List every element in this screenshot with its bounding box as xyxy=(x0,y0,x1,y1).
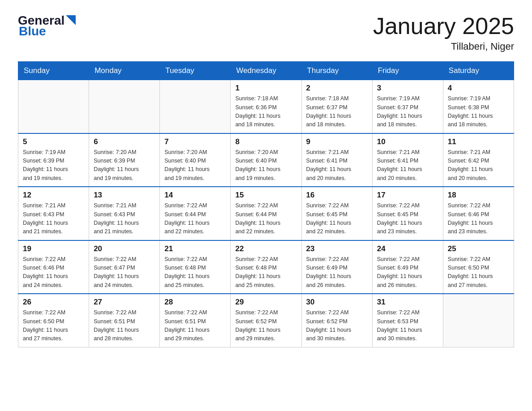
calendar-day-cell xyxy=(443,294,514,347)
day-number: 10 xyxy=(377,137,438,146)
calendar-table: SundayMondayTuesdayWednesdayThursdayFrid… xyxy=(18,61,514,347)
day-info: Sunrise: 7:19 AMSunset: 6:38 PMDaylight:… xyxy=(448,94,509,129)
day-number: 27 xyxy=(94,298,155,307)
day-info: Sunrise: 7:20 AMSunset: 6:40 PMDaylight:… xyxy=(164,148,226,183)
day-number: 8 xyxy=(235,137,296,146)
day-number: 14 xyxy=(164,191,226,200)
calendar-day-header: Friday xyxy=(372,62,443,80)
calendar-day-cell: 5Sunrise: 7:19 AMSunset: 6:39 PMDaylight… xyxy=(18,133,89,187)
day-number: 26 xyxy=(23,298,84,307)
day-number: 30 xyxy=(306,298,368,307)
calendar-day-cell: 26Sunrise: 7:22 AMSunset: 6:50 PMDayligh… xyxy=(18,294,89,347)
day-info: Sunrise: 7:21 AMSunset: 6:41 PMDaylight:… xyxy=(306,148,368,183)
calendar-week-row: 5Sunrise: 7:19 AMSunset: 6:39 PMDaylight… xyxy=(18,133,514,187)
day-info: Sunrise: 7:22 AMSunset: 6:48 PMDaylight:… xyxy=(235,255,296,290)
day-number: 4 xyxy=(448,84,509,93)
calendar-day-header: Saturday xyxy=(443,62,514,80)
calendar-day-cell xyxy=(89,80,160,133)
day-number: 31 xyxy=(377,298,438,307)
calendar-day-cell: 27Sunrise: 7:22 AMSunset: 6:51 PMDayligh… xyxy=(89,294,160,347)
day-number: 22 xyxy=(235,244,296,253)
day-number: 16 xyxy=(306,191,368,200)
calendar-day-cell: 22Sunrise: 7:22 AMSunset: 6:48 PMDayligh… xyxy=(231,240,301,294)
calendar-day-cell: 1Sunrise: 7:18 AMSunset: 6:36 PMDaylight… xyxy=(231,80,301,133)
calendar-day-header: Thursday xyxy=(301,62,372,80)
day-info: Sunrise: 7:22 AMSunset: 6:49 PMDaylight:… xyxy=(306,255,368,290)
calendar-day-cell: 14Sunrise: 7:22 AMSunset: 6:44 PMDayligh… xyxy=(160,187,231,240)
calendar-day-cell: 21Sunrise: 7:22 AMSunset: 6:48 PMDayligh… xyxy=(160,240,231,294)
day-number: 6 xyxy=(94,137,155,146)
title-section: January 2025 Tillaberi, Niger xyxy=(373,13,514,52)
calendar-header-row: SundayMondayTuesdayWednesdayThursdayFrid… xyxy=(18,62,514,80)
day-info: Sunrise: 7:18 AMSunset: 6:37 PMDaylight:… xyxy=(306,94,368,129)
day-info: Sunrise: 7:18 AMSunset: 6:36 PMDaylight:… xyxy=(235,94,296,129)
calendar-day-cell: 3Sunrise: 7:19 AMSunset: 6:37 PMDaylight… xyxy=(372,80,443,133)
day-number: 3 xyxy=(377,84,438,93)
calendar-day-cell: 13Sunrise: 7:21 AMSunset: 6:43 PMDayligh… xyxy=(89,187,160,240)
day-number: 2 xyxy=(306,84,368,93)
day-info: Sunrise: 7:22 AMSunset: 6:44 PMDaylight:… xyxy=(164,201,226,236)
day-number: 23 xyxy=(306,244,368,253)
calendar-day-header: Wednesday xyxy=(231,62,301,80)
day-number: 24 xyxy=(377,244,438,253)
calendar-day-header: Monday xyxy=(89,62,160,80)
calendar-day-header: Tuesday xyxy=(160,62,231,80)
calendar-day-cell: 29Sunrise: 7:22 AMSunset: 6:52 PMDayligh… xyxy=(231,294,301,347)
calendar-day-cell: 4Sunrise: 7:19 AMSunset: 6:38 PMDaylight… xyxy=(443,80,514,133)
day-info: Sunrise: 7:22 AMSunset: 6:51 PMDaylight:… xyxy=(94,308,155,343)
calendar-day-cell: 17Sunrise: 7:22 AMSunset: 6:45 PMDayligh… xyxy=(372,187,443,240)
day-info: Sunrise: 7:22 AMSunset: 6:46 PMDaylight:… xyxy=(448,201,509,236)
calendar-day-cell: 9Sunrise: 7:21 AMSunset: 6:41 PMDaylight… xyxy=(301,133,372,187)
day-info: Sunrise: 7:22 AMSunset: 6:52 PMDaylight:… xyxy=(306,308,368,343)
calendar-day-cell: 28Sunrise: 7:22 AMSunset: 6:51 PMDayligh… xyxy=(160,294,231,347)
calendar-week-row: 19Sunrise: 7:22 AMSunset: 6:46 PMDayligh… xyxy=(18,240,514,294)
calendar-day-cell: 7Sunrise: 7:20 AMSunset: 6:40 PMDaylight… xyxy=(160,133,231,187)
day-info: Sunrise: 7:22 AMSunset: 6:51 PMDaylight:… xyxy=(164,308,226,343)
calendar-day-cell: 11Sunrise: 7:21 AMSunset: 6:42 PMDayligh… xyxy=(443,133,514,187)
calendar-day-cell: 25Sunrise: 7:22 AMSunset: 6:50 PMDayligh… xyxy=(443,240,514,294)
day-number: 15 xyxy=(235,191,296,200)
calendar-day-cell xyxy=(160,80,231,133)
day-info: Sunrise: 7:21 AMSunset: 6:43 PMDaylight:… xyxy=(94,201,155,236)
calendar-day-cell: 19Sunrise: 7:22 AMSunset: 6:46 PMDayligh… xyxy=(18,240,89,294)
calendar-week-row: 1Sunrise: 7:18 AMSunset: 6:36 PMDaylight… xyxy=(18,80,514,133)
day-info: Sunrise: 7:21 AMSunset: 6:43 PMDaylight:… xyxy=(23,201,84,236)
logo-text-blue: Blue xyxy=(19,24,46,39)
day-info: Sunrise: 7:20 AMSunset: 6:40 PMDaylight:… xyxy=(235,148,296,183)
day-number: 7 xyxy=(164,137,226,146)
day-info: Sunrise: 7:22 AMSunset: 6:48 PMDaylight:… xyxy=(164,255,226,290)
day-info: Sunrise: 7:22 AMSunset: 6:50 PMDaylight:… xyxy=(448,255,509,290)
calendar-day-cell: 30Sunrise: 7:22 AMSunset: 6:52 PMDayligh… xyxy=(301,294,372,347)
day-number: 25 xyxy=(448,244,509,253)
day-number: 1 xyxy=(235,84,296,93)
calendar-day-cell xyxy=(18,80,89,133)
calendar-day-cell: 8Sunrise: 7:20 AMSunset: 6:40 PMDaylight… xyxy=(231,133,301,187)
logo: General Blue xyxy=(18,13,76,39)
day-number: 12 xyxy=(23,191,84,200)
month-title: January 2025 xyxy=(373,13,514,39)
calendar-day-cell: 20Sunrise: 7:22 AMSunset: 6:47 PMDayligh… xyxy=(89,240,160,294)
day-info: Sunrise: 7:22 AMSunset: 6:52 PMDaylight:… xyxy=(235,308,296,343)
day-number: 5 xyxy=(23,137,84,146)
calendar-week-row: 12Sunrise: 7:21 AMSunset: 6:43 PMDayligh… xyxy=(18,187,514,240)
day-number: 11 xyxy=(448,137,509,146)
calendar-day-cell: 23Sunrise: 7:22 AMSunset: 6:49 PMDayligh… xyxy=(301,240,372,294)
calendar-day-cell: 10Sunrise: 7:21 AMSunset: 6:41 PMDayligh… xyxy=(372,133,443,187)
day-number: 20 xyxy=(94,244,155,253)
logo-triangle-icon xyxy=(66,15,76,25)
calendar-day-cell: 16Sunrise: 7:22 AMSunset: 6:45 PMDayligh… xyxy=(301,187,372,240)
day-number: 28 xyxy=(164,298,226,307)
day-info: Sunrise: 7:22 AMSunset: 6:47 PMDaylight:… xyxy=(94,255,155,290)
day-info: Sunrise: 7:22 AMSunset: 6:45 PMDaylight:… xyxy=(306,201,368,236)
day-number: 17 xyxy=(377,191,438,200)
day-number: 13 xyxy=(94,191,155,200)
location: Tillaberi, Niger xyxy=(373,41,514,52)
calendar-day-header: Sunday xyxy=(18,62,89,80)
calendar-day-cell: 18Sunrise: 7:22 AMSunset: 6:46 PMDayligh… xyxy=(443,187,514,240)
day-info: Sunrise: 7:19 AMSunset: 6:37 PMDaylight:… xyxy=(377,94,438,129)
day-number: 19 xyxy=(23,244,84,253)
day-info: Sunrise: 7:22 AMSunset: 6:46 PMDaylight:… xyxy=(23,255,84,290)
day-info: Sunrise: 7:22 AMSunset: 6:44 PMDaylight:… xyxy=(235,201,296,236)
page-header: General Blue January 2025 Tillaberi, Nig… xyxy=(18,13,514,52)
day-info: Sunrise: 7:22 AMSunset: 6:53 PMDaylight:… xyxy=(377,308,438,343)
